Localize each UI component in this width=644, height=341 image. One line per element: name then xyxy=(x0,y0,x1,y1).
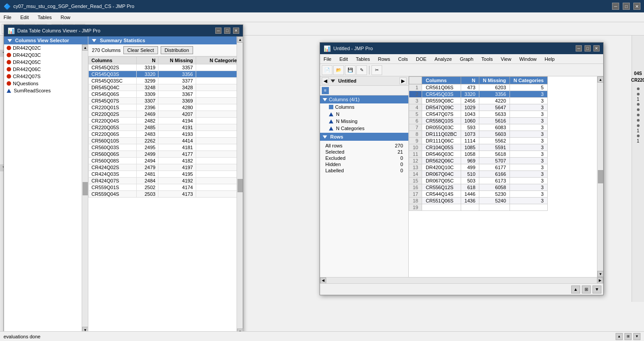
table-row[interactable]: CR545Q03SC 3299 3377 2 xyxy=(89,78,243,84)
untitled-toolbar-cut[interactable]: ✂ xyxy=(371,65,382,75)
dialog-minimize[interactable]: ─ xyxy=(215,28,221,34)
table-row[interactable]: 11 DR546Q03C 1058 5618 3 xyxy=(409,151,548,158)
col-sel-DR442Q06C[interactable]: DR442Q06C xyxy=(4,66,82,73)
table-row[interactable]: 1 CR561Q06S 473 6203 5 xyxy=(409,84,548,91)
untitled-menu-tools[interactable]: Tools xyxy=(480,56,495,63)
bottom-up-btn[interactable]: ▲ xyxy=(571,285,580,293)
hscroll-left[interactable]: ◀ xyxy=(320,278,326,284)
untitled-toolbar-edit[interactable]: ✎ xyxy=(356,65,367,75)
untitled-menu-rows[interactable]: Rows xyxy=(376,56,392,63)
table-row[interactable]: 5 CR547Q07S 1043 5633 3 xyxy=(409,111,548,118)
table-row[interactable]: CR424Q02S 2479 4197 2 xyxy=(89,164,243,171)
col-sel-NQuestions[interactable]: NQuestions xyxy=(4,80,82,87)
table-row[interactable]: 6 CR558Q10S 1060 5616 3 xyxy=(409,118,548,124)
status-up-btn[interactable]: ▲ xyxy=(616,333,623,340)
table-row[interactable]: 3 DR559Q08C 2456 4220 3 xyxy=(409,98,548,104)
table-row[interactable]: CR220Q06S 2483 4193 2 xyxy=(89,131,243,138)
table-row[interactable]: 7 DR055Q03C 593 6083 3 xyxy=(409,124,548,131)
menu-edit[interactable]: Edit xyxy=(19,14,31,21)
col-sel-DR442Q05C[interactable]: DR442Q05C xyxy=(4,59,82,66)
bottom-grid-btn[interactable]: ⊞ xyxy=(582,285,591,293)
col-header-columns[interactable]: Columns xyxy=(422,77,461,84)
untitled-toolbar-save[interactable]: 💾 xyxy=(345,65,356,75)
bottom-down-btn[interactable]: ▼ xyxy=(593,285,601,293)
untitled-menu-view[interactable]: View xyxy=(499,56,513,63)
columns-tree-header[interactable]: Columns (4/1) xyxy=(320,95,408,103)
table-row[interactable]: 19 xyxy=(409,204,548,211)
untitled-scroll-thumb[interactable] xyxy=(598,170,603,183)
scrollbar-thumb[interactable] xyxy=(83,182,88,195)
rows-tree-header[interactable]: Rows xyxy=(320,133,408,141)
table-row[interactable]: 18 CR551Q06S 1436 5240 3 xyxy=(409,198,548,204)
table-row[interactable]: 10 CR104Q05S 1085 5591 3 xyxy=(409,144,548,151)
table-row[interactable]: 4 DR547Q09C 1029 5647 3 xyxy=(409,104,548,111)
table-row[interactable]: 12 DR562Q06C 969 5707 3 xyxy=(409,158,548,164)
status-down-btn[interactable]: ▼ xyxy=(633,333,640,340)
nav-prev[interactable]: ◀ xyxy=(322,77,329,84)
untitled-menu-edit[interactable]: Edit xyxy=(338,56,350,63)
distribution-button[interactable]: Distribution xyxy=(161,46,193,54)
table-row[interactable]: 8 DR111Q02BC 1073 5603 3 xyxy=(409,131,548,138)
table-row[interactable]: CR424Q03S 2481 4195 2 xyxy=(89,171,243,178)
dialog-scrollbar[interactable]: ▲ ▼ xyxy=(237,36,243,335)
table-row[interactable]: DR545Q04C 3248 3428 2 xyxy=(89,84,243,91)
untitled-menu-file[interactable]: File xyxy=(322,56,333,63)
untitled-scroll-up[interactable]: ▲ xyxy=(597,76,603,83)
menu-file[interactable]: File xyxy=(2,14,13,21)
untitled-menu-cols[interactable]: Cols xyxy=(396,56,410,63)
table-row[interactable]: 16 CR556Q12S 618 6058 3 xyxy=(409,184,548,191)
col-header-nmissing[interactable]: N Missing xyxy=(479,77,510,84)
nav-next[interactable]: ▶ xyxy=(399,77,407,84)
hscroll-right[interactable]: ▶ xyxy=(597,278,603,284)
table-row[interactable]: 17 CR544Q14S 1446 5230 3 xyxy=(409,191,548,198)
table-row[interactable]: CR559Q01S 2502 4174 2 xyxy=(89,184,243,191)
tree-item-nmissing[interactable]: N Missing xyxy=(320,118,408,125)
table-row[interactable]: CR560Q06S 2499 4177 2 xyxy=(89,151,243,158)
table-row[interactable]: CR220Q01S 2396 4280 2 xyxy=(89,104,243,111)
dialog-maximize[interactable]: □ xyxy=(224,28,230,34)
minimize-button[interactable]: ─ xyxy=(612,3,619,10)
untitled-menu-tables[interactable]: Tables xyxy=(354,56,372,63)
untitled-menu-graph[interactable]: Graph xyxy=(458,56,475,63)
col-header-n[interactable]: N xyxy=(461,77,479,84)
menu-tables[interactable]: Tables xyxy=(36,14,54,21)
scrollbar-up-arrow[interactable]: ▲ xyxy=(82,44,88,51)
tree-item-n[interactable]: N xyxy=(320,111,408,118)
col-sel-CR442Q07S[interactable]: CR442Q07S xyxy=(4,73,82,80)
tree-item-ncategories[interactable]: N Categories xyxy=(320,125,408,132)
untitled-menu-analyze[interactable]: Analyze xyxy=(433,56,454,63)
untitled-menu-help[interactable]: Help xyxy=(543,56,557,63)
dialog-scroll-up[interactable]: ▲ xyxy=(237,36,243,43)
untitled-menu-window[interactable]: Window xyxy=(518,56,538,63)
table-row[interactable]: CR424Q07S 2484 4192 2 xyxy=(89,178,243,184)
col-sel-SumReadScores[interactable]: SumReadScores xyxy=(4,87,82,94)
col-selector-scrollbar[interactable]: ▲ ▼ xyxy=(82,44,88,333)
table-row[interactable]: 2 CR545Q03S 3320 3356 3 xyxy=(409,91,548,98)
table-row[interactable]: CR559Q04S 2503 4173 2 xyxy=(89,191,243,198)
close-button[interactable]: ✕ xyxy=(633,3,640,10)
untitled-vscrollbar[interactable]: ▲ ▼ xyxy=(597,76,603,277)
table-row[interactable]: 15 DR067Q05C 503 6173 3 xyxy=(409,178,548,184)
table-row[interactable]: CR220Q04S 2482 4194 2 xyxy=(89,118,243,124)
dialog-scroll-thumb[interactable] xyxy=(237,179,243,192)
maximize-button[interactable]: □ xyxy=(623,3,630,10)
untitled-minimize[interactable]: ─ xyxy=(576,45,582,52)
clear-select-button[interactable]: Clear Select xyxy=(123,46,158,54)
table-row[interactable]: CR545Q06S 3309 3367 2 xyxy=(89,91,243,98)
col-sel-DR442Q02C[interactable]: DR442Q02C xyxy=(4,44,82,52)
untitled-hscrollbar[interactable]: ◀ ▶ xyxy=(320,277,603,283)
untitled-maximize[interactable]: □ xyxy=(585,45,591,52)
table-row[interactable]: CR560Q08S 2494 4182 2 xyxy=(89,158,243,164)
untitled-scroll-down[interactable]: ▼ xyxy=(597,271,603,277)
table-row[interactable]: CR560Q03S 2495 4181 2 xyxy=(89,144,243,151)
col-header-ncategories[interactable]: N Categories xyxy=(510,77,548,84)
untitled-toolbar-new[interactable]: 📄 xyxy=(322,65,332,75)
untitled-close[interactable]: ✕ xyxy=(593,45,600,52)
table-row[interactable]: CR220Q05S 2485 4191 2 xyxy=(89,124,243,131)
table-row[interactable]: CR560Q10S 2262 4414 2 xyxy=(89,138,243,144)
table-row[interactable]: 13 DR420Q10C 499 6177 3 xyxy=(409,164,548,171)
table-row[interactable]: CR220Q02S 2469 4207 2 xyxy=(89,111,243,118)
col-sel-DR442Q03C[interactable]: DR442Q03C xyxy=(4,52,82,59)
untitled-toolbar-open[interactable]: 📂 xyxy=(333,65,344,75)
untitled-menu-doe[interactable]: DOE xyxy=(414,56,428,63)
